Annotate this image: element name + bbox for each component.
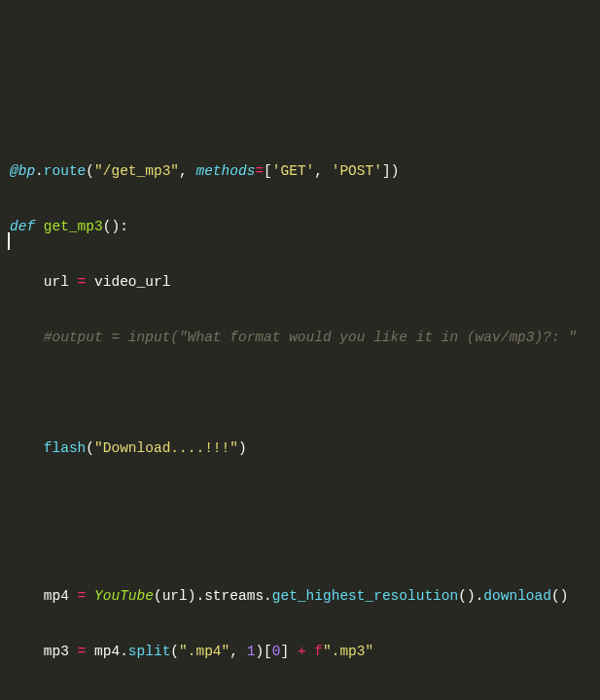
function-name: get_mp3 — [44, 219, 103, 234]
decorator: @bp — [10, 163, 35, 179]
code-editor[interactable]: @bp.route("/get_mp3", methods=['GET', 'P… — [0, 0, 600, 700]
text-cursor — [8, 232, 10, 250]
code-line — [10, 384, 600, 402]
code-line — [10, 532, 600, 550]
code-line: #output = input("What format would you l… — [10, 329, 600, 347]
comment: #output = input("What format would you l… — [44, 330, 577, 345]
code-line: mp4 = YouTube(url).streams.get_highest_r… — [10, 587, 600, 606]
code-line: mp3 = mp4.split(".mp4", 1)[0] + f".mp3" — [10, 643, 600, 661]
code-line: url = video_url — [10, 273, 600, 292]
code-line: def get_mp3(): — [10, 218, 600, 236]
code-line: @bp.route("/get_mp3", methods=['GET', 'P… — [10, 162, 600, 181]
route-path: "/get_mp3" — [94, 163, 179, 179]
code-line — [10, 495, 600, 513]
code-line: flash("Download....!!!") — [10, 439, 600, 458]
